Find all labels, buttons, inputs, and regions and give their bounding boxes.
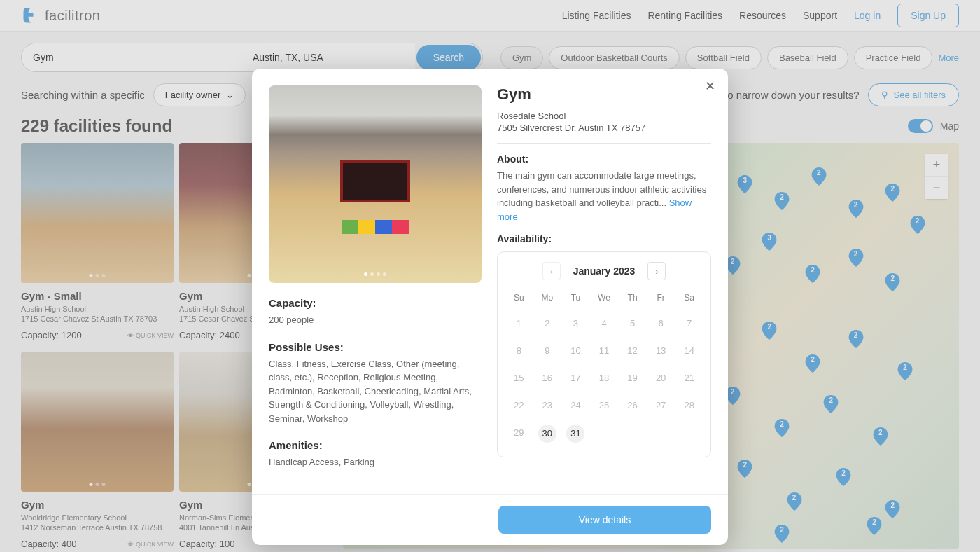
calendar-day[interactable]: 20 [647, 366, 676, 390]
calendar-day[interactable]: 10 [561, 338, 590, 363]
calendar-day[interactable]: 22 [505, 393, 533, 418]
calendar-prev-button[interactable]: ‹ [542, 262, 561, 280]
calendar-day[interactable]: 17 [561, 366, 590, 390]
modal-body: Capacity: 200 people Possible Uses: Clas… [252, 69, 728, 494]
availability-label: Availability: [497, 233, 711, 244]
capacity-label: Capacity: [269, 297, 482, 309]
capacity-section: Capacity: 200 people [269, 297, 482, 327]
calendar-day[interactable]: 28 [675, 393, 704, 418]
modal-right: ✕ Gym Rosedale School 7505 Silvercrest D… [497, 85, 711, 477]
calendar-dow: Fr [647, 287, 676, 308]
modal-footer: View details [252, 494, 728, 545]
calendar-next-button[interactable]: › [648, 262, 666, 280]
calendar-day[interactable]: 13 [647, 338, 676, 363]
calendar-day[interactable]: 25 [590, 393, 619, 418]
facility-modal: Capacity: 200 people Possible Uses: Clas… [252, 69, 728, 545]
view-details-button[interactable]: View details [498, 506, 711, 534]
availability-calendar: ‹ January 2023 › SuMoTuWeThFrSa123456789… [497, 251, 711, 457]
amenities-value: Handicap Access, Parking [269, 455, 482, 469]
modal-image[interactable] [269, 85, 482, 283]
calendar-day[interactable]: 27 [647, 393, 676, 418]
calendar-grid: SuMoTuWeThFrSa12345678910111213141516171… [505, 287, 704, 447]
calendar-day[interactable]: 26 [618, 393, 647, 418]
about-label: About: [497, 153, 711, 165]
calendar-day[interactable]: 6 [647, 311, 676, 336]
amenities-section: Amenities: Handicap Access, Parking [269, 439, 482, 469]
calendar-day[interactable]: 23 [533, 393, 562, 418]
calendar-day[interactable]: 11 [590, 338, 619, 363]
calendar-day[interactable]: 16 [533, 366, 562, 390]
calendar-day[interactable]: 30 [538, 425, 556, 443]
calendar-day[interactable]: 15 [505, 366, 533, 390]
calendar-day[interactable]: 5 [618, 311, 647, 336]
calendar-dow: Sa [675, 287, 704, 308]
modal-school: Rosedale School [497, 111, 711, 121]
calendar-day[interactable]: 9 [533, 338, 562, 363]
calendar-day[interactable]: 18 [590, 366, 619, 390]
calendar-day[interactable]: 14 [675, 338, 704, 363]
capacity-value: 200 people [269, 313, 482, 327]
calendar-dow: Tu [561, 287, 590, 308]
modal-left: Capacity: 200 people Possible Uses: Clas… [269, 85, 482, 477]
calendar-day[interactable]: 8 [505, 338, 533, 363]
modal-title: Gym [497, 85, 711, 104]
calendar-day[interactable]: 19 [618, 366, 647, 390]
calendar-day[interactable]: 29 [505, 420, 533, 447]
calendar-dow: We [590, 287, 619, 308]
calendar-dow: Th [618, 287, 647, 308]
uses-value: Class, Fitness, Exercise Class, Other (m… [269, 357, 482, 426]
modal-address: 7505 Silvercrest Dr. Austin TX 78757 [497, 123, 711, 133]
calendar-dow: Mo [533, 287, 562, 308]
calendar-day[interactable]: 31 [566, 425, 584, 443]
calendar-day[interactable]: 2 [533, 311, 562, 336]
calendar-day[interactable]: 4 [590, 311, 619, 336]
divider [497, 143, 711, 144]
calendar-day[interactable]: 1 [505, 311, 533, 336]
calendar-header: ‹ January 2023 › [505, 252, 704, 287]
about-text: The main gym can accommodate large meeti… [497, 169, 711, 223]
uses-section: Possible Uses: Class, Fitness, Exercise … [269, 341, 482, 426]
calendar-month: January 2023 [573, 265, 636, 277]
close-icon[interactable]: ✕ [705, 78, 715, 94]
calendar-day[interactable]: 21 [675, 366, 704, 390]
calendar-day[interactable]: 7 [675, 311, 704, 336]
calendar-day[interactable]: 3 [561, 311, 590, 336]
amenities-label: Amenities: [269, 439, 482, 451]
calendar-dow: Su [505, 287, 533, 308]
uses-label: Possible Uses: [269, 341, 482, 353]
calendar-day[interactable]: 12 [618, 338, 647, 363]
calendar-day[interactable]: 24 [561, 393, 590, 418]
